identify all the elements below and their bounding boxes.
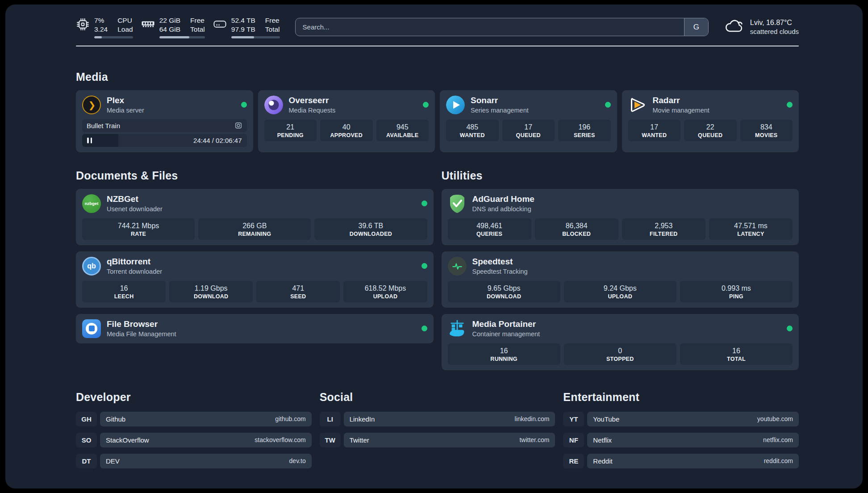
- stat-box: 9.24 GbpsUPLOAD: [564, 281, 676, 302]
- app-name: Radarr: [653, 96, 709, 105]
- stat-box: 86,384BLOCKED: [535, 218, 618, 240]
- search-bar[interactable]: G: [295, 18, 709, 36]
- weather-headline: Lviv, 16.87°C: [750, 18, 799, 28]
- speedtest-icon: [448, 257, 467, 276]
- link-tag: LI: [320, 412, 341, 426]
- dashboard-panel: 7%3.24 CPULoad: [5, 4, 863, 489]
- weather-widget: Lviv, 16.87°C scattered clouds: [724, 18, 799, 36]
- overseerr-icon: [264, 96, 283, 114]
- status-dot-online: [423, 102, 429, 108]
- link-row-dev[interactable]: DT DEV dev.to: [76, 454, 312, 468]
- playback-progress-bar[interactable]: 24:44 / 02:06:47: [82, 134, 247, 147]
- link-row-reddit[interactable]: RE Reddit reddit.com: [563, 454, 799, 468]
- status-dot-online: [787, 102, 793, 108]
- app-subtitle: DNS and adblocking: [472, 205, 534, 213]
- stat-box: 17QUEUED: [502, 120, 555, 141]
- social-section: Social LI LinkedIn linkedin.com TW Twitt…: [320, 391, 555, 468]
- playback-time: 24:44 / 02:06:47: [193, 137, 246, 144]
- plex-icon: ❯: [82, 96, 101, 114]
- stat-box: 39.6 TBDOWNLOADED: [314, 218, 427, 240]
- section-title-utilities: Utilities: [442, 169, 799, 182]
- app-card-portainer[interactable]: Media Portainer Container management 16R…: [442, 314, 799, 370]
- status-dot-online: [421, 326, 427, 331]
- app-card-plex[interactable]: ❯ Plex Media server Bullet Train 24:44: [76, 90, 253, 152]
- app-subtitle: Usenet downloader: [107, 205, 163, 213]
- app-card-filebrowser[interactable]: File Browser Media File Management: [76, 314, 434, 343]
- stat-box: 16RUNNING: [448, 343, 560, 365]
- stat-box: 744.21 MbpsRATE: [82, 218, 195, 240]
- search-engine-button[interactable]: G: [684, 18, 708, 36]
- link-bar[interactable]: Github github.com: [100, 412, 312, 426]
- stat-box: 40APPROVED: [320, 120, 373, 141]
- radarr-icon: [628, 96, 647, 114]
- section-title-developer: Developer: [76, 391, 312, 404]
- link-tag: YT: [563, 412, 584, 426]
- app-card-nzbget[interactable]: nzbget NZBGet Usenet downloader 744.21 M…: [76, 189, 434, 245]
- link-bar[interactable]: Netflix netflix.com: [587, 433, 799, 447]
- system-stats: 7%3.24 CPULoad: [76, 16, 280, 38]
- link-bar[interactable]: LinkedIn linkedin.com: [344, 412, 555, 426]
- stat-box: 16LEECH: [82, 281, 166, 302]
- stat-box: 945AVAILABLE: [376, 120, 429, 141]
- now-playing-row: Bullet Train: [82, 119, 247, 132]
- link-tag: TW: [320, 433, 341, 447]
- stat-box: 47.571 msLATENCY: [709, 218, 793, 240]
- link-row-youtube[interactable]: YT YouTube youtube.com: [563, 412, 799, 426]
- link-bar[interactable]: Twitter twitter.com: [344, 433, 555, 447]
- storage-values: 52.4 TB97.9 TB: [231, 16, 255, 34]
- app-subtitle: Media Requests: [289, 107, 336, 114]
- link-tag: DT: [76, 454, 97, 468]
- documents-column: Documents & Files nzbget NZBGet Usenet d…: [76, 169, 434, 370]
- video-icon: [234, 121, 242, 130]
- link-row-linkedin[interactable]: LI LinkedIn linkedin.com: [320, 412, 555, 426]
- cpu-stat: 7%3.24 CPULoad: [76, 16, 133, 38]
- pause-icon[interactable]: [82, 138, 92, 143]
- now-playing-title: Bullet Train: [87, 122, 120, 130]
- link-bar[interactable]: Reddit reddit.com: [587, 454, 799, 468]
- app-subtitle: Container management: [472, 330, 540, 338]
- stat-box: 17WANTED: [628, 120, 681, 141]
- developer-section: Developer GH Github github.com SO StackO…: [76, 391, 312, 468]
- link-bar[interactable]: StackOverflow stackoverflow.com: [100, 433, 312, 447]
- utilities-column: Utilities AdGuard Home DNS and: [442, 169, 799, 370]
- search-input[interactable]: [296, 18, 684, 36]
- link-tag: SO: [76, 433, 97, 447]
- app-subtitle: Series management: [471, 107, 529, 114]
- app-card-speedtest[interactable]: Speedtest Speedtest Tracking 9.65 GbpsDO…: [442, 251, 799, 308]
- weather-condition: scattered clouds: [750, 27, 799, 36]
- link-row-github[interactable]: GH Github github.com: [76, 412, 312, 426]
- stat-box: 1.19 GbpsDOWNLOAD: [169, 281, 253, 302]
- stat-box: 0.993 msPING: [680, 281, 793, 302]
- app-subtitle: Torrent downloader: [107, 268, 162, 275]
- stat-box: 16TOTAL: [680, 343, 793, 365]
- app-card-adguard[interactable]: AdGuard Home DNS and adblocking 498,461Q…: [442, 189, 799, 245]
- nzbget-icon: nzbget: [82, 194, 101, 213]
- cpu-values: 7%3.24: [94, 16, 108, 34]
- adguard-icon: [448, 194, 467, 213]
- stat-box: 485WANTED: [446, 120, 499, 141]
- app-name: Speedtest: [472, 257, 528, 267]
- memory-labels: FreeTotal: [190, 16, 205, 34]
- link-bar[interactable]: DEV dev.to: [100, 454, 312, 468]
- stat-box: 834MOVIES: [740, 120, 793, 141]
- link-row-netflix[interactable]: NF Netflix netflix.com: [563, 433, 799, 447]
- status-dot-online: [421, 201, 427, 206]
- link-row-twitter[interactable]: TW Twitter twitter.com: [320, 433, 555, 447]
- app-card-sonarr[interactable]: Sonarr Series management 485WANTED 17QUE…: [440, 90, 617, 152]
- stat-box: 22QUEUED: [684, 120, 737, 141]
- entertainment-section: Entertainment YT YouTube youtube.com NF …: [563, 391, 799, 468]
- memory-progress-bar: [159, 36, 205, 38]
- stat-box: 21PENDING: [264, 120, 317, 141]
- stat-box: 9.65 GbpsDOWNLOAD: [448, 281, 560, 302]
- app-name: Sonarr: [471, 96, 529, 105]
- app-subtitle: Movie management: [653, 107, 709, 114]
- app-name: qBittorrent: [107, 257, 162, 267]
- app-card-overseerr[interactable]: Overseerr Media Requests 21PENDING 40APP…: [258, 90, 435, 152]
- section-title-documents: Documents & Files: [76, 169, 434, 182]
- app-subtitle: Speedtest Tracking: [472, 268, 528, 275]
- app-card-qbittorrent[interactable]: qb qBittorrent Torrent downloader 16LEEC…: [76, 251, 434, 308]
- status-dot-online: [787, 326, 793, 331]
- app-card-radarr[interactable]: Radarr Movie management 17WANTED 22QUEUE…: [622, 90, 799, 152]
- link-bar[interactable]: YouTube youtube.com: [587, 412, 799, 426]
- link-row-stackoverflow[interactable]: SO StackOverflow stackoverflow.com: [76, 433, 312, 447]
